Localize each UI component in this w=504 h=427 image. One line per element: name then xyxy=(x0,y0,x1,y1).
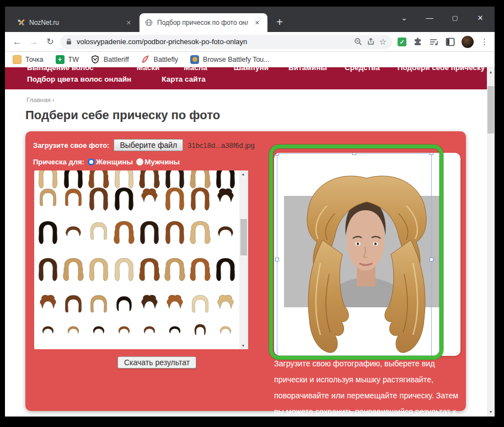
nav-link[interactable]: Подбор цвета волос онлайн xyxy=(27,75,131,83)
checkmark-extension-icon[interactable]: ✓ xyxy=(398,38,406,46)
hairstyle-thumbnail[interactable] xyxy=(61,250,86,290)
tool-panel: Загрузите свое фото: Выберите файл 31bc1… xyxy=(25,131,466,411)
hairstyle-thumbnail[interactable] xyxy=(89,322,108,340)
playlist-extension-icon[interactable] xyxy=(429,38,439,46)
nav-link[interactable]: Шампуни xyxy=(234,67,269,72)
profile-avatar[interactable] xyxy=(462,36,474,48)
choose-file-button[interactable]: Выберите файл xyxy=(114,139,183,151)
hairstyle-thumbnail[interactable] xyxy=(86,293,111,318)
hairstyle-thumbnail[interactable] xyxy=(35,220,61,245)
hairstyle-thumbnail[interactable] xyxy=(162,293,187,318)
hairstyle-thumbnail[interactable] xyxy=(86,220,111,245)
hairstyle-thumbnail[interactable] xyxy=(111,186,137,212)
scroll-up-icon[interactable]: ▲ xyxy=(487,70,495,74)
bookmark-item[interactable]: Browse Battlefy Tou... xyxy=(190,55,270,64)
hairstyle-thumbnail[interactable] xyxy=(140,322,159,340)
download-result-button[interactable]: Скачать результат xyxy=(117,356,196,369)
hairstyle-thumbnail[interactable] xyxy=(35,186,61,212)
scrollbar-thumb[interactable] xyxy=(240,219,247,255)
gender-radio-selected[interactable]: Женщины xyxy=(88,158,133,166)
gender-radio-option[interactable]: Мужчины xyxy=(136,158,180,166)
hairstyle-thumbnail[interactable] xyxy=(64,322,83,340)
hairstyle-thumbnail[interactable] xyxy=(191,322,210,340)
bookmark-item[interactable]: Battleriff xyxy=(91,55,129,64)
hairstyle-thumbnail[interactable] xyxy=(213,220,238,245)
nav-link[interactable]: Карта сайта xyxy=(162,75,205,83)
hairstyle-thumbnail[interactable] xyxy=(165,322,184,340)
hairstyle-list-scrollbar[interactable]: ▲ ▼ xyxy=(239,170,248,349)
browser-scrollbar[interactable]: ▲ ▼ xyxy=(487,67,495,417)
hairstyle-thumbnail[interactable] xyxy=(137,250,162,290)
nav-link[interactable]: Маски xyxy=(137,67,159,72)
share-icon[interactable] xyxy=(367,38,375,46)
hairstyle-thumbnail[interactable] xyxy=(111,293,137,318)
nav-link[interactable]: Выпадение волос xyxy=(27,67,94,72)
hairstyle-thumbnail[interactable] xyxy=(162,250,187,290)
close-window-button[interactable]: ✕ xyxy=(475,14,486,22)
zoom-page-icon[interactable] xyxy=(354,38,362,46)
bookmark-item[interactable]: Точка xyxy=(13,55,44,64)
scrollbar-thumb[interactable] xyxy=(487,86,494,134)
hairstyle-thumbnail[interactable] xyxy=(213,250,238,290)
nav-link[interactable]: Подбери себе прическу по фото xyxy=(398,67,487,72)
bookmark-label: Battleriff xyxy=(104,56,129,63)
tab-noznet[interactable]: NozNet.ru ✕ xyxy=(12,13,140,32)
new-tab-button[interactable]: + xyxy=(272,14,287,30)
hairstyle-thumbnail[interactable] xyxy=(61,220,86,245)
menu-kebab-icon[interactable]: ⋮ xyxy=(480,37,488,47)
hairstyle-thumbnail[interactable] xyxy=(61,186,86,212)
minimize-button[interactable]: — xyxy=(424,14,435,22)
tab-hairstyles[interactable]: Подбор причесок по фото онла ✕ xyxy=(140,13,267,32)
bookmarks-bar: Точка+TWBattleriffBattleflyBrowse Battle… xyxy=(5,52,495,67)
breadcrumb-home-link[interactable]: Главная xyxy=(26,97,51,103)
hairstyle-thumbnail[interactable] xyxy=(35,250,61,290)
tab-close-icon[interactable]: ✕ xyxy=(124,18,133,28)
nav-link[interactable]: Масла xyxy=(184,67,207,72)
breadcrumb-separator: › xyxy=(52,97,54,103)
hairstyle-thumbnail[interactable] xyxy=(187,250,213,290)
hairstyle-thumbnail[interactable] xyxy=(39,322,57,340)
hairstyle-thumbnail[interactable] xyxy=(213,293,238,318)
hairstyle-thumbnail[interactable] xyxy=(187,186,213,212)
hairstyle-thumbnail[interactable] xyxy=(162,186,187,212)
hairstyle-thumbnail[interactable] xyxy=(213,186,238,212)
address-bar[interactable]: volosvypadenie.com/podbor-prichesok-po-f… xyxy=(60,35,392,49)
side-panel-icon[interactable] xyxy=(446,38,455,46)
hairstyle-thumbnail[interactable] xyxy=(137,220,162,245)
forward-button[interactable]: → xyxy=(27,35,40,49)
maximize-button[interactable]: ▢ xyxy=(449,14,460,22)
hairstyle-thumbnail[interactable] xyxy=(137,186,162,212)
reload-button[interactable]: ↻ xyxy=(44,35,57,49)
tab-title: NozNet.ru xyxy=(29,19,120,26)
scroll-up-icon[interactable]: ▲ xyxy=(239,172,247,176)
note-icon xyxy=(13,55,22,64)
nav-link[interactable]: Средства xyxy=(345,67,380,72)
hairstyle-thumbnail[interactable] xyxy=(111,250,137,290)
browser-window: NozNet.ru ✕ Подбор причесок по фото онла… xyxy=(5,7,495,417)
extensions-puzzle-icon[interactable] xyxy=(413,37,422,46)
hairstyle-thumbnail[interactable] xyxy=(61,293,86,318)
hairstyle-thumbnail[interactable] xyxy=(216,322,235,340)
bookmark-item[interactable]: +TW xyxy=(56,55,79,64)
scroll-down-icon[interactable]: ▼ xyxy=(487,410,495,414)
bookmark-star-icon[interactable]: ☆ xyxy=(379,37,387,47)
hairstyle-thumbnail[interactable] xyxy=(187,293,213,318)
bookmark-label: Browse Battlefy Tou... xyxy=(203,56,270,63)
radio-icon[interactable] xyxy=(136,158,143,166)
hairstyle-thumbnail[interactable] xyxy=(86,250,111,290)
hairstyle-thumbnail[interactable] xyxy=(111,220,137,245)
bookmark-item[interactable]: Battlefly xyxy=(141,55,178,64)
nav-link[interactable]: Витамины xyxy=(288,67,327,72)
tab-close-icon[interactable]: ✕ xyxy=(253,18,262,28)
hairstyle-thumbnail[interactable] xyxy=(187,220,213,245)
hairstyle-thumbnail[interactable] xyxy=(35,293,61,318)
hairstyle-thumbnail[interactable] xyxy=(86,186,111,212)
hairstyle-thumbnail[interactable] xyxy=(137,293,162,318)
hairstyle-thumbnail[interactable] xyxy=(115,322,133,340)
radio-icon[interactable] xyxy=(88,158,95,166)
hairstyle-thumbnail[interactable] xyxy=(162,220,187,245)
back-button[interactable]: ← xyxy=(10,35,24,49)
tab-search-chevron-icon[interactable]: ⌄ xyxy=(399,14,410,22)
site-nav-row-2: Подбор цвета волос онлайнКарта сайта xyxy=(27,75,487,83)
scroll-down-icon[interactable]: ▼ xyxy=(239,344,247,348)
